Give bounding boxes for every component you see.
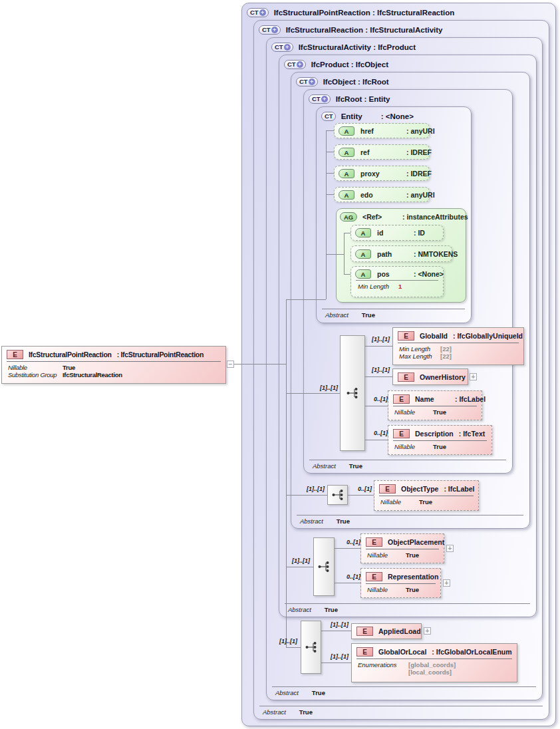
expand-plus-icon[interactable]: + — [271, 27, 278, 33]
ct-header-ifcobject[interactable]: CT+ IfcObject : IfcRoot — [296, 76, 389, 87]
abstract-label: Abstract — [275, 689, 299, 696]
sequence-compositor-ifcobject — [327, 485, 348, 505]
element-substitution-ifcstructuralpointreaction[interactable]: E IfcStructuralPointReaction : IfcStruct… — [1, 346, 226, 384]
ct-header-ifcstructuralpointreaction[interactable]: CT+ IfcStructuralPointReaction : IfcStru… — [247, 7, 454, 18]
element-badge-icon: E — [356, 627, 373, 636]
attribute-group-badge-icon: AG — [340, 212, 357, 221]
abstract-value: True — [312, 689, 325, 696]
element-badge-icon: E — [398, 372, 414, 382]
abstract-value: True — [349, 462, 362, 470]
element-name[interactable]: E Name : IfcLabel Nillable True — [388, 390, 482, 420]
element-representation[interactable]: E Representation Nillable True — [360, 568, 441, 598]
attribute-badge-icon: A — [339, 148, 354, 157]
attribute-path[interactable]: A path : NMTOKENS — [350, 245, 452, 262]
cardinality-label: 0..[1] — [338, 573, 360, 580]
abstract-label: Abstract — [300, 517, 323, 525]
attribute-type: : anyURI — [406, 191, 435, 199]
attribute-name: id — [377, 229, 408, 237]
facet-label: Min Length — [358, 283, 389, 290]
cardinality-label: [1]..[1] — [367, 366, 390, 373]
attribute-type: : IDREF — [406, 170, 432, 178]
ct-header-ifcstructuralactivity[interactable]: CT+ IfcStructuralActivity : IfcProduct — [271, 41, 416, 53]
attribute-badge-icon: A — [339, 169, 354, 178]
ct-title: IfcProduct : IfcObject — [311, 61, 388, 69]
facet-nillable: Nillable True — [8, 364, 221, 371]
facet-nillable: Nillable True — [367, 551, 439, 559]
element-name: ObjectPlacement — [388, 538, 444, 546]
ct-title: IfcStructuralPointReaction : IfcStructur… — [274, 9, 455, 17]
collapse-toggle-icon[interactable]: − — [227, 361, 234, 368]
complextype-badge-icon[interactable]: CT — [321, 112, 336, 121]
ct-title: IfcObject : IfcRoot — [323, 78, 389, 86]
expand-toggle-icon-representation[interactable]: + — [443, 579, 450, 587]
facet-enumerations: Enumerations [global_coords] — [358, 661, 512, 668]
element-name: Representation — [388, 573, 438, 581]
attribute-href[interactable]: A href : anyURI — [334, 123, 430, 138]
element-objecttype[interactable]: E ObjectType : IfcLabel Nillable True — [374, 480, 479, 511]
attribute-name: path — [377, 250, 408, 258]
expand-plus-icon[interactable]: + — [321, 96, 328, 102]
abstract-footer: Abstract True — [272, 686, 536, 696]
abstract-value: True — [325, 606, 338, 613]
attribute-proxy[interactable]: A proxy : IDREF — [334, 166, 430, 181]
ct-header-ifcstructuralreaction[interactable]: CT+ IfcStructuralReaction : IfcStructura… — [259, 24, 442, 35]
attribute-group-name: <Ref> — [362, 213, 397, 221]
facet-min-length: Min Length [22] — [399, 345, 519, 353]
abstract-footer: Abstract True — [285, 603, 530, 613]
element-name: ObjectType — [401, 485, 438, 493]
attribute-group-header[interactable]: AG <Ref> : instanceAttributes — [340, 212, 468, 221]
expand-toggle-icon-ownerhistory[interactable]: + — [470, 373, 477, 380]
abstract-label: Abstract — [325, 311, 349, 319]
cardinality-label: [1]..[1] — [367, 336, 390, 343]
expand-plus-icon[interactable]: + — [297, 61, 303, 68]
cardinality-label: 0..[1] — [338, 539, 360, 545]
cardinality-label: [1]..[1] — [326, 653, 349, 660]
attribute-name: proxy — [360, 170, 400, 178]
complextype-badge-icon[interactable]: CT+ — [309, 94, 331, 104]
facet-max-length: Max Length [22] — [399, 353, 519, 360]
element-type: : IfcLabel — [455, 395, 486, 403]
sequence-icon — [346, 387, 359, 399]
element-name: Name — [415, 395, 450, 403]
complextype-badge-icon[interactable]: CT+ — [296, 77, 318, 86]
expand-plus-icon[interactable]: + — [309, 78, 315, 85]
expand-plus-icon[interactable]: + — [259, 9, 266, 16]
element-ownerhistory[interactable]: E OwnerHistory — [392, 368, 468, 385]
attribute-type: : IDREF — [406, 148, 432, 156]
attribute-ref[interactable]: A ref : IDREF — [334, 144, 430, 160]
complextype-badge-icon[interactable]: CT+ — [247, 8, 269, 17]
abstract-value: True — [362, 311, 375, 319]
sequence-icon — [305, 641, 318, 653]
ct-header-ifcproduct[interactable]: CT+ IfcProduct : IfcObject — [284, 59, 388, 70]
expand-plus-icon[interactable]: + — [284, 44, 291, 51]
complextype-badge-icon[interactable]: CT+ — [259, 25, 281, 35]
facet-value: 1 — [398, 283, 402, 290]
element-globalid[interactable]: E GlobalId : IfcGloballyUniqueId Min Len… — [392, 327, 524, 365]
attribute-pos[interactable]: A pos : <None> Min Length 1 — [350, 266, 444, 297]
element-type: : IfcLabel — [444, 485, 474, 493]
attribute-edo[interactable]: A edo : anyURI — [334, 187, 430, 202]
element-objectplacement[interactable]: E ObjectPlacement Nillable True — [360, 533, 444, 563]
expand-toggle-icon-appliedload[interactable]: + — [424, 627, 431, 635]
ct-header-ifcroot[interactable]: CT+ IfcRoot : Entity — [309, 93, 390, 104]
abstract-value: True — [299, 708, 313, 716]
attribute-id[interactable]: A id : ID — [350, 225, 444, 241]
ct-title-type: : <None> — [381, 112, 414, 120]
attribute-badge-icon: A — [355, 228, 371, 237]
complextype-badge-icon[interactable]: CT+ — [284, 60, 306, 69]
cardinality-label: [1]..[1] — [302, 486, 325, 492]
abstract-footer: Abstract True — [259, 706, 543, 716]
expand-toggle-icon-objectplacement[interactable]: + — [446, 545, 454, 552]
abstract-label: Abstract — [313, 462, 336, 470]
cardinality-label: [1]..[1] — [315, 384, 338, 391]
element-badge-icon: E — [393, 429, 410, 438]
complextype-badge-icon[interactable]: CT+ — [271, 43, 293, 52]
element-appliedload[interactable]: E AppliedLoad — [351, 623, 422, 639]
attribute-group-type: : instanceAttributes — [402, 213, 468, 221]
ct-header-entity[interactable]: CT Entity : <None> — [321, 110, 414, 122]
element-badge-icon: E — [7, 350, 23, 359]
element-type: : IfcGloballyUniqueId — [453, 332, 523, 340]
element-globalorlocal[interactable]: E GlobalOrLocal : IfcGlobalOrLocalEnum E… — [351, 643, 517, 682]
element-description[interactable]: E Description : IfcText Nillable True — [388, 425, 492, 455]
attribute-badge-icon: A — [355, 269, 371, 279]
